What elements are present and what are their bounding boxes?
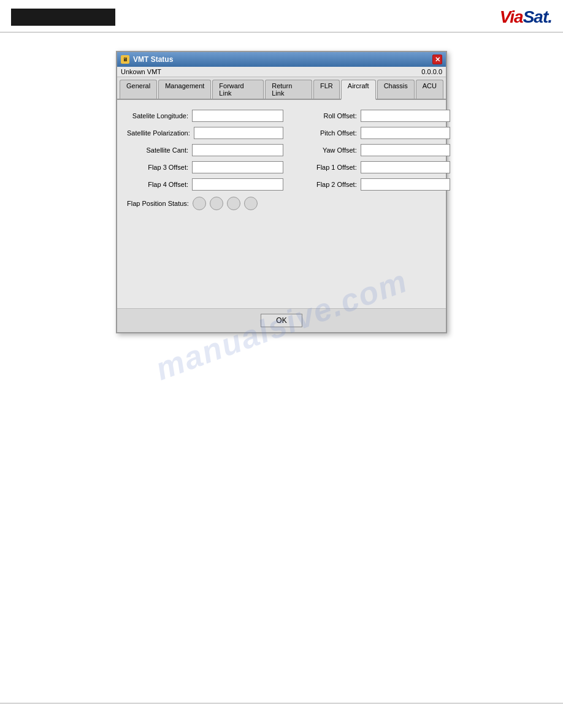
flap2-offset-label: Flap 2 Offset: [296,181,357,188]
window-icon: 🖥 [121,55,129,64]
field-row-pitch-offset: Pitch Offset: [296,127,450,139]
tab-management[interactable]: Management [158,80,211,99]
info-right: 0.0.0.0 [421,68,442,75]
yaw-offset-label: Yaw Offset: [296,146,357,154]
field-row-satellite-cant: Satellite Cant: [127,144,283,156]
close-button[interactable]: ✕ [432,55,442,64]
roll-offset-input[interactable] [361,110,450,122]
flap4-offset-input[interactable] [192,178,283,191]
field-row-flap4-offset: Flap 4 Offset: [127,178,283,191]
field-row-satellite-longitude: Satelite Longitude: [127,110,283,122]
field-row-satellite-polarization: Satellite Polarization: [127,127,283,139]
title-bar-left: 🖥 VMT Status [121,55,173,64]
tab-return-link[interactable]: Return Link [265,80,312,99]
flap-position-status-row: Flap Position Status: [127,197,436,210]
yaw-offset-input[interactable] [361,144,450,156]
satellite-longitude-label: Satelite Longitude: [127,112,188,119]
vmt-window: 🖥 VMT Status ✕ Unkown VMT 0.0.0.0 Genera… [116,51,447,333]
flap-circle-1 [193,197,206,210]
flap-position-status-label: Flap Position Status: [127,200,189,207]
satellite-polarization-input[interactable] [194,127,283,139]
satellite-polarization-label: Satellite Polarization: [127,129,190,137]
fields-left: Satelite Longitude: Satellite Polarizati… [127,110,283,191]
field-row-flap1-offset: Flap 1 Offset: [296,161,450,173]
tab-forward-link[interactable]: Forward Link [212,80,264,99]
flap3-offset-input[interactable] [192,161,283,173]
fields-right: Roll Offset: Pitch Offset: Yaw Offset: F… [296,110,450,191]
satellite-cant-input[interactable] [192,144,283,156]
viasat-logo: ViaSat. [500,7,552,27]
tab-general[interactable]: General [120,80,157,99]
satellite-longitude-input[interactable] [192,110,283,122]
flap-circle-4 [244,197,258,210]
field-row-roll-offset: Roll Offset: [296,110,450,122]
tab-acu[interactable]: ACU [416,80,443,99]
tab-chassis[interactable]: Chassis [377,80,415,99]
footer-line [0,703,563,703]
field-row-yaw-offset: Yaw Offset: [296,144,450,156]
pitch-offset-input[interactable] [361,127,450,139]
title-bar: 🖥 VMT Status ✕ [117,52,446,67]
window-title: VMT Status [133,55,173,64]
field-row-flap3-offset: Flap 3 Offset: [127,161,283,173]
fields-grid: Satelite Longitude: Satellite Polarizati… [127,110,436,191]
ok-button[interactable]: OK [261,314,302,327]
flap1-offset-input[interactable] [361,161,450,173]
info-bar: Unkown VMT 0.0.0.0 [117,67,446,77]
flap3-offset-label: Flap 3 Offset: [127,164,188,171]
flap-circle-3 [227,197,240,210]
flap2-offset-input[interactable] [361,178,450,191]
info-left: Unkown VMT [121,68,161,75]
tab-aircraft[interactable]: Aircraft [341,80,376,100]
header-black-bar [11,9,115,26]
pitch-offset-label: Pitch Offset: [296,129,357,137]
roll-offset-label: Roll Offset: [296,112,357,119]
main-content: 🖥 VMT Status ✕ Unkown VMT 0.0.0.0 Genera… [0,32,563,333]
page-header: ViaSat. [0,0,563,32]
field-row-flap2-offset: Flap 2 Offset: [296,178,450,191]
content-area: Satelite Longitude: Satellite Polarizati… [117,100,446,308]
tab-flr[interactable]: FLR [313,80,340,99]
flap1-offset-label: Flap 1 Offset: [296,164,357,171]
flap-circle-2 [210,197,223,210]
button-bar: OK [117,308,446,332]
satellite-cant-label: Satellite Cant: [127,146,188,154]
flap4-offset-label: Flap 4 Offset: [127,181,188,188]
tab-bar: General Management Forward Link Return L… [117,77,446,100]
